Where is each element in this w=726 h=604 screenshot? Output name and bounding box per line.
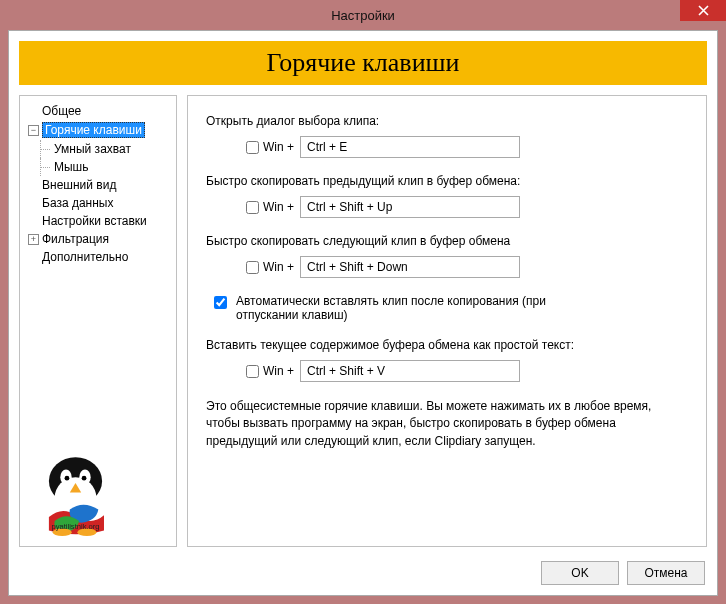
copy-prev-input[interactable] [300, 196, 520, 218]
logo-image: pyatilistnik.org [28, 443, 123, 538]
client-area: Горячие клавиши Общее − Горячие клавиши … [8, 30, 718, 596]
copy-prev-label: Быстро скопировать предыдущий клип в буф… [206, 174, 688, 188]
copy-next-label: Быстро скопировать следующий клип в буфе… [206, 234, 688, 248]
ok-button[interactable]: OK [541, 561, 619, 585]
sidebar-item-database[interactable]: База данных [20, 194, 176, 212]
auto-paste-row[interactable]: Автоматически вставлять клип после копир… [210, 294, 688, 322]
paste-plain-label: Вставить текущее содержимое буфера обмен… [206, 338, 688, 352]
sidebar-item-general[interactable]: Общее [20, 102, 176, 120]
paste-plain-win-checkbox[interactable] [246, 365, 259, 378]
copy-prev-win[interactable]: Win + [246, 200, 294, 214]
close-button[interactable] [680, 0, 726, 21]
open-dialog-row: Win + [246, 136, 688, 158]
page-banner: Горячие клавиши [19, 41, 707, 85]
sidebar-item-paste-settings[interactable]: Настройки вставки [20, 212, 176, 230]
paste-plain-row: Win + [246, 360, 688, 382]
logo-watermark: pyatilistnik.org [51, 522, 99, 531]
sidebar-item-hotkeys[interactable]: − Горячие клавиши [20, 120, 176, 140]
sidebar-item-advanced[interactable]: Дополнительно [20, 248, 176, 266]
auto-paste-checkbox[interactable] [214, 296, 227, 309]
collapse-icon[interactable]: − [28, 125, 39, 136]
close-icon [698, 5, 709, 16]
copy-prev-win-checkbox[interactable] [246, 201, 259, 214]
svg-point-5 [82, 476, 87, 481]
paste-plain-input[interactable] [300, 360, 520, 382]
open-dialog-input[interactable] [300, 136, 520, 158]
expand-icon[interactable]: + [28, 234, 39, 245]
page-title: Горячие клавиши [266, 48, 459, 78]
sidebar: Общее − Горячие клавиши Умный захват Мыш… [19, 95, 177, 547]
copy-next-row: Win + [246, 256, 688, 278]
copy-next-input[interactable] [300, 256, 520, 278]
sidebar-item-filtering[interactable]: + Фильтрация [20, 230, 176, 248]
auto-paste-label: Автоматически вставлять клип после копир… [236, 294, 556, 322]
cancel-button[interactable]: Отмена [627, 561, 705, 585]
open-dialog-win[interactable]: Win + [246, 140, 294, 154]
sidebar-item-mouse[interactable]: Мышь [20, 158, 176, 176]
copy-prev-row: Win + [246, 196, 688, 218]
settings-window: Настройки Горячие клавиши Общее − Горячи… [0, 0, 726, 604]
svg-point-4 [65, 476, 70, 481]
copy-next-win[interactable]: Win + [246, 260, 294, 274]
open-dialog-win-checkbox[interactable] [246, 141, 259, 154]
body: Общее − Горячие клавиши Умный захват Мыш… [19, 95, 707, 547]
footer: OK Отмена [541, 561, 705, 585]
open-dialog-label: Открыть диалог выбора клипа: [206, 114, 688, 128]
sidebar-item-appearance[interactable]: Внешний вид [20, 176, 176, 194]
titlebar: Настройки [0, 0, 726, 30]
content-panel: Открыть диалог выбора клипа: Win + Быстр… [187, 95, 707, 547]
copy-next-win-checkbox[interactable] [246, 261, 259, 274]
hint-text: Это общесистемные горячие клавиши. Вы мо… [206, 398, 666, 450]
sidebar-item-smart-capture[interactable]: Умный захват [20, 140, 176, 158]
paste-plain-win[interactable]: Win + [246, 364, 294, 378]
window-title: Настройки [331, 8, 395, 23]
